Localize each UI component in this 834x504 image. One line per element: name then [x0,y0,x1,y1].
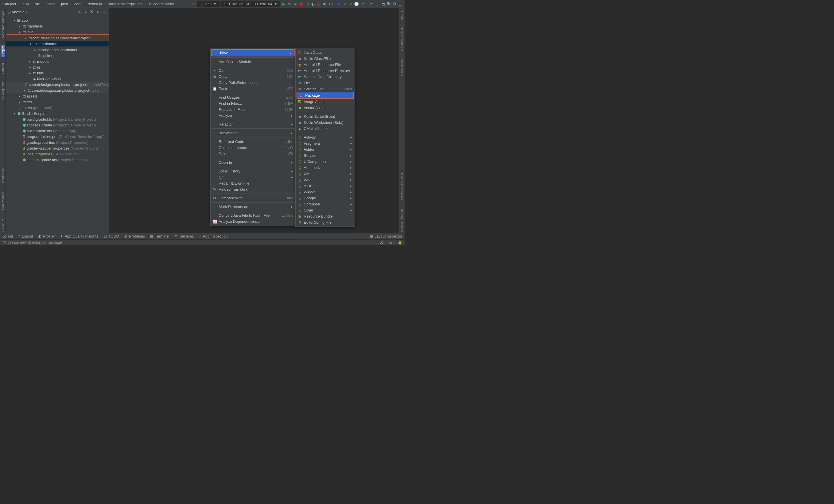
tree-node-build-gradle-project[interactable]: ⬢build.gradle.kts (Project: Sample_Proje… [6,116,109,122]
hide-icon[interactable]: — [102,10,107,15]
menu-item-wear[interactable]: ⍓Wear▸ [296,177,355,183]
attach-debugger-icon[interactable]: 🐞 [316,2,321,6]
run-icon[interactable]: ▶ [282,2,286,6]
menu-item-kotlin-worksheet-beta[interactable]: ◆Kotlin Worksheet (Beta) [296,119,355,125]
push-icon[interactable]: ↗ [348,2,353,6]
menu-item-compose[interactable]: ⍓Compose▸ [296,201,355,207]
layout-inspector-tab[interactable]: ▣Layout Inspector [370,234,402,238]
stop-icon[interactable]: ■ [322,2,327,6]
tree-node-package-main[interactable]: ▾🗀com.delasign.samplestarterproject [6,35,109,41]
menu-item-optimize-imports[interactable]: Optimize Imports⌃⌥O [211,145,296,151]
tree-node-settings-gradle[interactable]: ⬢settings.gradle.kts (Project Settings) [6,157,109,163]
problems-tab[interactable]: ⊘Problems [124,234,145,238]
running-devices-tab[interactable]: Running Devices [400,207,404,233]
expand-icon[interactable]: ⇲ [83,10,88,15]
menu-item-reload-from-disk[interactable]: ↻Reload from Disk [211,186,296,192]
git-tool-tab[interactable]: ⎇Git [2,234,13,238]
menu-item-analyze-dependencies[interactable]: 📊Analyze Dependencies... [211,219,296,225]
menu-item-copy-path-reference[interactable]: Copy Path/Reference... [211,79,296,86]
menu-item-google[interactable]: ⍓Google▸ [296,195,355,201]
menu-item-convert-java-file-to-kotlin-file[interactable]: Convert Java File to Kotlin File⌥⇧⌘K [211,212,296,219]
menu-item-bookmarks[interactable]: Bookmarks▸ [211,130,296,136]
settings-icon[interactable]: ⚙ [96,10,101,15]
menu-item-aidl[interactable]: ⍓AIDL▸ [296,183,355,189]
target-icon[interactable]: ⊚ [77,10,81,15]
tree-node-utils[interactable]: ▸🗀utils [6,70,109,76]
sync-icon[interactable]: ⟳ [192,2,196,6]
tree-node-spotless[interactable]: ⬢spotless.gradle (Project: Sample_Projec… [6,122,109,128]
branch-name[interactable]: main [387,240,395,245]
tree-node-package-androidtest[interactable]: ▸🗀com.delasign.samplestarterproject (and… [6,82,109,87]
unknown-icon[interactable]: ⬒ [381,2,386,6]
tree-node-app[interactable]: ▾▣app [6,17,109,23]
menu-item-other[interactable]: ⍓Other▸ [296,207,355,213]
menu-item-replace-in-files[interactable]: Replace in Files...⇧⌘R [211,107,296,113]
menu-item-android-resource-file[interactable]: ▦Android Resource File [296,62,355,68]
gradle-tab[interactable]: Gradle [400,10,404,22]
menu-item-resource-bundle[interactable]: 🗎Resource Bundle [296,213,355,219]
menu-item-open-in[interactable]: Open In▸ [211,159,296,165]
avd-icon[interactable]: ▭ [369,2,374,6]
menu-item-java-class[interactable]: ⒸJava Class [296,49,355,55]
menu-item-kotlin-script-beta[interactable]: ◆Kotlin Script (Beta) [296,113,355,119]
todo-tab[interactable]: ☑TODO [103,234,119,238]
tree-node-local-properties[interactable]: 🗎local.properties (SDK Location) [6,151,109,157]
device-manager-tab[interactable]: Device Manager [400,27,404,52]
breadcrumb-item[interactable]: 🗀coordinators [148,2,175,6]
run-config-selector[interactable]: ⍓ app ▾ [197,1,220,7]
menu-item-scratch-file[interactable]: 🗎Scratch File⇧⌘N [296,86,355,92]
menu-item-fragment[interactable]: ⍓Fragment▸ [296,140,355,146]
window-icon[interactable]: ▢ [2,240,6,245]
menu-item-automotive[interactable]: ⍓Automotive▸ [296,165,355,171]
tree-node-models[interactable]: ▸🗀models [6,59,109,64]
menu-item-service[interactable]: ⍓Service▸ [296,153,355,159]
menu-item-find-in-files[interactable]: Find in Files...⇧⌘F [211,100,296,107]
device-selector[interactable]: 📱 Pixel_3a_API_33_x86_64 ▾ [221,1,281,7]
menu-item-folder[interactable]: ⍓Folder▸ [296,146,355,153]
menu-item-copy[interactable]: ⧉Copy⌘C [211,73,296,79]
build-variants-tab[interactable]: Build Variants [1,191,5,212]
tree-node-language-coordinator[interactable]: ▸🗀languageCoordinator [6,47,109,53]
menu-item-new[interactable]: New▸ [212,50,294,56]
tree-node-package-test[interactable]: ▸🗀com.delasign.samplestarterproject (tes… [6,87,109,93]
notifications-tab[interactable]: Notifications [400,58,404,77]
coverage-icon[interactable]: ⬡ [305,2,309,6]
menu-item-mark-directory-as[interactable]: Mark Directory as▸ [211,204,296,210]
tree-node-ui[interactable]: ▸🗀ui [6,64,109,70]
tree-node-gitkeep[interactable]: 🗎.gitkeep [6,53,109,59]
tree-node-coordinators[interactable]: ▾🗀coordinators [6,41,109,47]
menu-item-image-asset[interactable]: 🖼Image Asset [296,99,355,105]
app-quality-tab[interactable]: ✦App Quality Insights [60,234,98,238]
menu-item-reformat-code[interactable]: Reformat Code⌥⌘L [211,139,296,145]
breadcrumb-item[interactable]: java [61,2,69,6]
tree-node-java[interactable]: ▾🗀java [6,29,109,35]
logcat-tab[interactable]: ≡Logcat [18,234,33,238]
breadcrumb-item[interactable]: samplestarterproject [108,2,143,6]
collapse-icon[interactable]: ⇱ [89,10,94,15]
tree-node-gradle-properties[interactable]: 🗎gradle.properties (Project Properties) [6,139,109,145]
breadcrumb-item[interactable]: delasign [87,2,102,6]
menu-item-local-history[interactable]: Local History▸ [211,168,296,174]
device-file-explorer-tab[interactable]: Device File Explorer [400,170,404,201]
menu-item-file[interactable]: 🗎File [296,80,355,86]
commit-icon[interactable]: ✓ [343,2,347,6]
breadcrumb-item[interactable]: src [35,2,41,6]
history-icon[interactable]: 🕐 [354,2,359,6]
menu-item-vector-asset[interactable]: ◆Vector Asset [296,105,355,111]
menu-item-compare-with[interactable]: ⧉Compare With...⌘D [211,195,296,201]
project-tab[interactable]: Project [1,45,5,57]
bookmarks-tab[interactable]: Bookmarks [1,167,5,185]
settings-icon[interactable]: ⚙ [392,2,397,6]
menu-item-git[interactable]: Git▸ [211,174,296,180]
project-tree[interactable]: ▾▣app ▸🗀manifests ▾🗀java ▾🗀com.delasign.… [6,16,109,233]
app-inspection-tab[interactable]: ⍓App Inspection [199,234,227,238]
tree-node-res-generated[interactable]: ▸🗀res (generated) [6,105,109,111]
tree-node-wrapper-properties[interactable]: 🗎gradle-wrapper.properties (Gradle Versi… [6,145,109,151]
menu-item-find-usages[interactable]: Find Usages⌥F7 [211,94,296,100]
tree-node-main-activity[interactable]: ◆MainActivity.kt [6,76,109,82]
menu-item-package[interactable]: 🗀Package [297,92,353,98]
view-mode-label[interactable]: Android [12,10,25,14]
apply-changes-icon[interactable]: ⟲ [287,2,292,6]
apply-code-icon[interactable]: ≡ [293,2,298,6]
breadcrumb-item[interactable]: com [74,2,82,6]
